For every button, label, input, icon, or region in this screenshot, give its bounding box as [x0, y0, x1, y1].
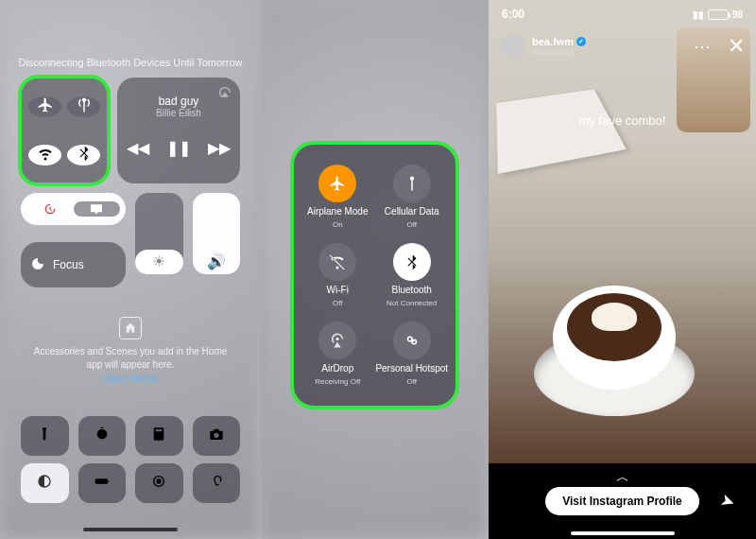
- cellular-toggle[interactable]: [67, 96, 100, 117]
- record-icon: [151, 474, 166, 493]
- screen-mirroring-icon[interactable]: [74, 201, 121, 217]
- hotspot-item[interactable]: Personal Hotspot Off: [375, 315, 450, 393]
- connectivity-card: Airplane Mode On Cellular Data Off Wi-Fi…: [293, 144, 456, 407]
- wifi-label: Wi-Fi: [327, 285, 349, 295]
- visit-profile-button[interactable]: Visit Instagram Profile: [545, 487, 699, 515]
- wifi-toggle[interactable]: [28, 145, 61, 165]
- open-home-link[interactable]: Open Home: [28, 372, 232, 386]
- sponsored-label: Sponsored: [532, 47, 586, 57]
- airplane-status: On: [333, 220, 343, 229]
- bluetooth-icon: [76, 145, 93, 165]
- airplane-icon: [37, 96, 54, 117]
- cellular-item[interactable]: Cellular Data Off: [375, 157, 450, 235]
- focus-tile[interactable]: Focus: [21, 242, 126, 287]
- calculator-button[interactable]: [135, 416, 183, 456]
- username-text: bea.fwm: [532, 36, 574, 47]
- status-message: Disconnecting Bluetooth Devices Until To…: [0, 57, 261, 68]
- home-indicator[interactable]: [83, 528, 178, 531]
- airplay-icon[interactable]: [217, 85, 232, 104]
- story-photo[interactable]: [489, 0, 756, 463]
- lowpower-button[interactable]: [78, 463, 127, 503]
- track-artist: Billie Eilish: [156, 108, 201, 118]
- cellular-status: Off: [406, 220, 417, 229]
- chevron-up-icon[interactable]: ︿: [616, 469, 629, 486]
- home-indicator[interactable]: [571, 531, 675, 535]
- top-tile-grid: bad guy Billie Eilish ◀◀ ❚❚ ▶▶: [21, 78, 240, 183]
- timer-icon: [94, 426, 110, 445]
- hearing-button[interactable]: [193, 463, 241, 503]
- battery-percent: 98: [732, 9, 743, 20]
- focus-row: Focus: [21, 242, 240, 291]
- airplane-icon: [318, 165, 356, 202]
- hotspot-status: Off: [406, 377, 417, 386]
- airdrop-label: AirDrop: [321, 363, 353, 374]
- photo-cup: [534, 255, 695, 416]
- home-text: Accessories and Scenes you add in the Ho…: [28, 345, 232, 372]
- bluetooth-icon: [393, 243, 431, 281]
- home-section: Accessories and Scenes you add in the Ho…: [28, 317, 232, 386]
- airplane-toggle[interactable]: [28, 96, 61, 117]
- airplane-label: Airplane Mode: [307, 206, 368, 217]
- forward-icon[interactable]: ▶▶: [208, 139, 231, 157]
- hotspot-icon: [393, 322, 431, 359]
- wifi-item[interactable]: Wi-Fi Off: [301, 235, 375, 314]
- cellular-label: Cellular Data: [385, 206, 439, 217]
- wifi-icon: [37, 145, 54, 165]
- moon-icon: [30, 256, 45, 274]
- airdrop-item[interactable]: AirDrop Receiving Off: [301, 315, 375, 393]
- connectivity-tile[interactable]: [21, 78, 108, 183]
- story-caption: my fave combo!: [489, 113, 756, 128]
- wifi-off-icon: [318, 243, 356, 281]
- pause-icon[interactable]: ❚❚: [166, 139, 191, 157]
- instagram-story-panel: 6:00 ▮▮ 98 bea.fwm ✓ Sponsored ⋯ ✕ my fa…: [489, 0, 756, 539]
- track-title: bad guy: [159, 95, 199, 108]
- more-icon[interactable]: ⋯: [694, 36, 711, 57]
- darkmode-button[interactable]: [21, 463, 69, 503]
- ear-icon: [209, 474, 224, 493]
- battery-icon: [708, 9, 729, 20]
- avatar[interactable]: [500, 34, 524, 59]
- shortcut-row-2: [21, 463, 240, 503]
- screen-record-button[interactable]: [135, 463, 183, 503]
- now-playing-tile[interactable]: bad guy Billie Eilish ◀◀ ❚❚ ▶▶: [117, 78, 240, 183]
- connectivity-expanded-panel: Airplane Mode On Cellular Data Off Wi-Fi…: [261, 0, 489, 539]
- dark-mode-icon: [37, 474, 52, 493]
- username[interactable]: bea.fwm ✓: [532, 36, 586, 47]
- focus-label: Focus: [53, 258, 84, 271]
- airdrop-icon: [318, 322, 356, 359]
- calculator-icon: [151, 426, 166, 445]
- bluetooth-label: Bluetooth: [392, 285, 432, 295]
- story-bottom-bar: ︿ Visit Instagram Profile ➤: [489, 463, 756, 539]
- rotation-lock-icon: [26, 201, 74, 217]
- camera-icon: [209, 426, 224, 445]
- story-header: bea.fwm ✓ Sponsored ⋯ ✕: [489, 34, 756, 59]
- bluetooth-toggle[interactable]: [67, 145, 100, 165]
- antenna-icon: [393, 165, 431, 202]
- clock: 6:00: [502, 8, 524, 21]
- battery-icon: [94, 474, 110, 493]
- antenna-icon: [76, 96, 93, 117]
- bluetooth-item[interactable]: Bluetooth Not Connected: [375, 235, 450, 314]
- rewind-icon[interactable]: ◀◀: [127, 139, 149, 157]
- verified-badge-icon: ✓: [576, 37, 586, 46]
- send-icon[interactable]: ➤: [718, 489, 739, 513]
- control-center-panel: Disconnecting Bluetooth Devices Until To…: [0, 0, 261, 539]
- photo-book: [496, 89, 627, 174]
- mid-tile-row: ☀ 🔊: [21, 193, 240, 233]
- flashlight-icon: [37, 426, 52, 445]
- svg-point-3: [336, 338, 339, 340]
- hotspot-label: Personal Hotspot: [375, 363, 448, 374]
- close-icon[interactable]: ✕: [728, 34, 745, 59]
- svg-point-2: [157, 478, 162, 483]
- flashlight-button[interactable]: [21, 416, 69, 456]
- timer-button[interactable]: [78, 416, 127, 456]
- bluetooth-status: Not Connected: [387, 299, 437, 307]
- rotation-lock-tile[interactable]: [21, 193, 126, 225]
- camera-button[interactable]: [193, 416, 241, 456]
- shortcut-row-1: [21, 416, 240, 456]
- media-controls: ◀◀ ❚❚ ▶▶: [127, 139, 231, 157]
- airplane-item[interactable]: Airplane Mode On: [301, 157, 375, 235]
- status-bar: 6:00 ▮▮ 98: [489, 0, 756, 28]
- home-icon: [119, 317, 142, 339]
- wifi-status: Off: [333, 299, 343, 307]
